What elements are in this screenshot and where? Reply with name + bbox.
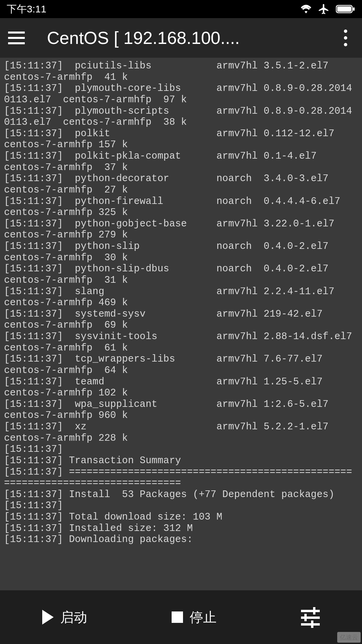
svg-rect-1 — [337, 6, 351, 12]
start-label: 启动 — [60, 608, 87, 627]
sliders-icon — [301, 608, 320, 627]
wifi-icon — [300, 4, 312, 14]
menu-icon[interactable] — [8, 28, 28, 48]
airplane-mode-icon — [318, 3, 330, 15]
app-bar: CentOS [ 192.168.100.... — [0, 18, 362, 58]
bottom-bar: 启动 停止 亿速云 — [0, 590, 362, 644]
status-bar: 下午3:11 — [0, 0, 362, 18]
more-options-icon[interactable] — [337, 30, 354, 46]
svg-rect-2 — [353, 7, 355, 11]
start-button[interactable]: 启动 — [42, 608, 87, 627]
settings-button[interactable] — [301, 608, 320, 627]
status-time: 下午3:11 — [7, 2, 46, 16]
app-title: CentOS [ 192.168.100.... — [39, 28, 326, 48]
stop-icon — [172, 611, 183, 623]
watermark: 亿速云 — [337, 632, 361, 643]
stop-button[interactable]: 停止 — [172, 608, 217, 627]
terminal-output[interactable]: [15:11:37] pciutils-libs armv7hl 3.5.1-2… — [0, 58, 362, 590]
status-icons — [300, 3, 355, 15]
battery-icon — [336, 4, 355, 14]
stop-label: 停止 — [190, 608, 217, 627]
play-icon — [42, 610, 54, 625]
